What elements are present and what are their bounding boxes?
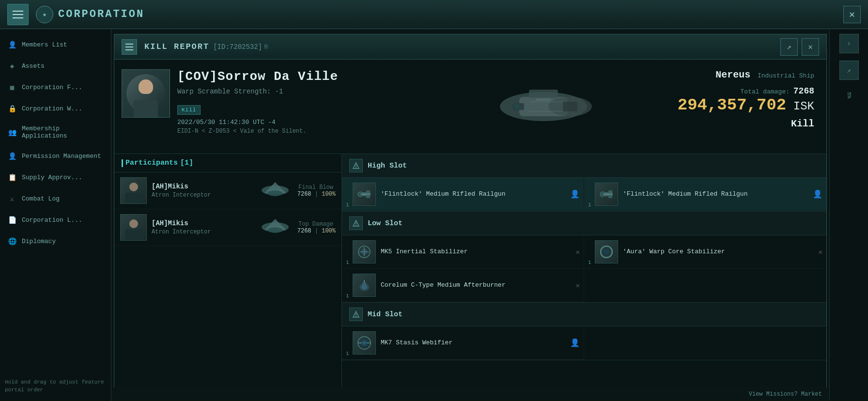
hs2-person-icon: 👤 xyxy=(813,189,822,199)
kr-external-button[interactable]: ↗ xyxy=(780,38,798,56)
kr-isk-area: 294,357,702 ISK xyxy=(678,96,814,114)
right-btn-1[interactable]: › xyxy=(839,34,859,53)
kr-datetime: 2022/05/30 11:42:30 UTC -4 xyxy=(177,119,421,126)
supply-icon: 📋 xyxy=(7,172,17,182)
avatar-head xyxy=(139,79,153,94)
sidebar-label-supply: Supply Approv... xyxy=(22,174,82,181)
kr-slots: High Slot 1 'Flintlock' xyxy=(342,154,826,396)
svg-point-49 xyxy=(362,341,366,345)
ls2-x-icon[interactable]: ✕ xyxy=(819,248,822,256)
avatar-body xyxy=(134,100,158,113)
ls1-qty: 1 xyxy=(346,260,349,265)
corp-l-icon: 📄 xyxy=(7,215,17,225)
p-avatar-body-2 xyxy=(125,230,142,240)
kr-damage-value: 7268 xyxy=(793,86,814,96)
participant-info-2: [AH]Mikis Atron Interceptor xyxy=(152,219,254,235)
sidebar-label-permission: Permission Management xyxy=(22,153,101,160)
svg-point-7 xyxy=(514,105,519,108)
kr-result-label: Kill xyxy=(678,118,814,129)
hs1-name: 'Flintlock' Medium Rifled Railgun xyxy=(381,190,505,199)
kr-ship-name: Nereus xyxy=(715,69,750,80)
sidebar-item-permission[interactable]: 👤 Permission Management xyxy=(0,145,111,167)
low-slot-item-3: 1 Corelum C-Type Medium Afterburner ✕ xyxy=(342,269,584,302)
sidebar-label-corp-l: Corporation L... xyxy=(22,216,82,224)
sidebar-item-supply[interactable]: 📋 Supply Approv... xyxy=(0,167,111,188)
kr-player-info: [COV]Sorrow Da Ville Warp Scramble Stren… xyxy=(177,60,421,154)
sidebar-item-corp-l[interactable]: 📄 Corporation L... xyxy=(0,209,111,231)
avatar-figure xyxy=(126,74,165,113)
sidebar: 👤 Members List ◈ Assets ▦ Corporation F.… xyxy=(0,29,111,401)
p-avatar-head-1 xyxy=(129,183,138,191)
high-slot-label: High Slot xyxy=(368,162,407,170)
participant-avatar-1 xyxy=(120,177,147,204)
top-bar-right: ✕ xyxy=(843,6,861,23)
svg-point-32 xyxy=(356,225,356,226)
p2-ship-img xyxy=(259,216,293,240)
sidebar-item-assets[interactable]: ◈ Assets xyxy=(0,55,111,77)
kr-menu-button[interactable] xyxy=(122,39,137,55)
kr-copy-icon[interactable]: ⎘ xyxy=(264,44,268,50)
kr-isk-unit: ISK xyxy=(793,100,814,113)
ls2-name: 'Aura' Warp Core Stabilizer xyxy=(623,247,725,256)
sidebar-item-corp-wallet[interactable]: 🔒 Corporation W... xyxy=(0,98,111,119)
participants-count: [1] xyxy=(180,159,193,167)
mid-slot-icon xyxy=(349,308,363,321)
p2-name: [AH]Mikis xyxy=(152,219,254,227)
diplomacy-icon: 🌐 xyxy=(7,236,17,246)
p1-pct: 100% xyxy=(322,191,336,198)
kr-ship-name-area: Nereus Industrial Ship xyxy=(678,69,814,80)
sidebar-label-members: Members List xyxy=(22,41,67,48)
kr-damage-label: Total damage: 7268 xyxy=(678,86,814,96)
kr-id: [ID:7202532] xyxy=(213,43,262,51)
top-bar: ★ CORPORATION ✕ xyxy=(0,0,868,29)
ms1-img xyxy=(353,331,376,355)
finances-icon: ▦ xyxy=(7,82,17,92)
svg-point-38 xyxy=(604,249,609,255)
kr-kill-badge: Kill xyxy=(177,105,201,115)
low-slot-icon xyxy=(349,216,363,230)
permission-icon: 👤 xyxy=(7,151,17,161)
sidebar-item-membership[interactable]: 👥 MembershipApplications xyxy=(0,119,111,145)
right-panel: › ↗ 5% xyxy=(829,29,868,401)
ls1-x-icon[interactable]: ✕ xyxy=(576,248,580,256)
ls2-img xyxy=(595,240,618,263)
kr-location: EIDI-N < Z-D053 < Vale of the Silent. xyxy=(177,128,421,135)
sidebar-note: Hold and drag to adjust feature portal o… xyxy=(5,379,106,394)
ms1-qty: 1 xyxy=(346,351,349,356)
main-area: KILL REPORT [ID:7202532] ⎘ ↗ ✕ [COV]Sorr… xyxy=(111,29,829,401)
kr-warp-strength: Warp Scramble Strength: -1 xyxy=(177,88,421,95)
ls3-x-icon[interactable]: ✕ xyxy=(576,281,580,290)
kr-isk-value: 294,357,702 xyxy=(678,96,786,114)
kill-report-panel: KILL REPORT [ID:7202532] ⎘ ↗ ✕ [COV]Sorr… xyxy=(114,34,827,396)
kr-title: KILL REPORT xyxy=(144,42,209,51)
svg-point-17 xyxy=(268,227,282,233)
top-close-button[interactable]: ✕ xyxy=(843,6,861,23)
sidebar-item-combat-log[interactable]: ⚔ Combat Log xyxy=(0,188,111,209)
low-slot-item-2: 1 'Aura' Warp Core Stabilizer ✕ xyxy=(584,235,826,269)
sidebar-label-combat: Combat Log xyxy=(22,195,60,202)
mid-slot-item-1: 1 MK7 Stasis Webifier 👤 xyxy=(342,326,584,360)
sidebar-label-membership: MembershipApplications xyxy=(22,125,67,139)
p1-ship: Atron Interceptor xyxy=(152,192,254,199)
p2-ship: Atron Interceptor xyxy=(152,229,254,235)
low-slot-item-1: 1 MK5 Inertial Stabilizer ✕ xyxy=(342,235,584,269)
sidebar-item-members-list[interactable]: 👤 Members List xyxy=(0,34,111,55)
sidebar-item-diplomacy[interactable]: 🌐 Diplomacy xyxy=(0,231,111,252)
ls2-qty: 1 xyxy=(588,260,591,265)
svg-rect-10 xyxy=(536,98,551,101)
high-slot-item-2: 1 'Flintlock' Medium Rifled Railgun 👤 xyxy=(584,178,826,211)
menu-button[interactable] xyxy=(7,4,29,25)
ms1-person-icon: 👤 xyxy=(570,338,580,348)
sidebar-label-assets: Assets xyxy=(22,62,45,70)
bottom-link[interactable]: View Missions? Market xyxy=(749,391,822,398)
p1-name: [AH]Mikis xyxy=(152,183,254,190)
p-avatar-body-1 xyxy=(125,193,142,203)
assets-icon: ◈ xyxy=(7,61,17,71)
svg-point-21 xyxy=(356,167,356,168)
right-btn-2[interactable]: ↗ xyxy=(839,61,859,80)
kr-close-button[interactable]: ✕ xyxy=(802,38,819,56)
kr-player-avatar xyxy=(122,69,170,118)
kr-header: KILL REPORT [ID:7202532] ⎘ ↗ ✕ xyxy=(114,34,826,60)
corp-title: CORPORATION xyxy=(58,8,144,20)
sidebar-item-corp-finances[interactable]: ▦ Corporation F... xyxy=(0,77,111,98)
